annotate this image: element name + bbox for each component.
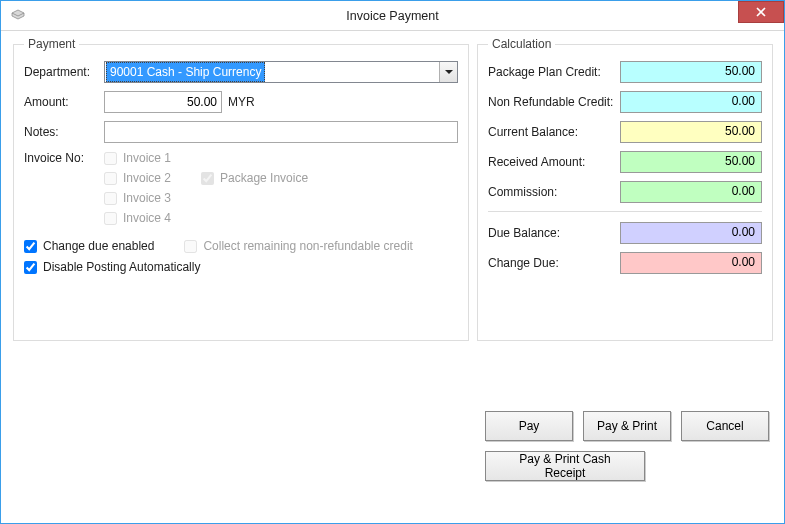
client-area: Payment Department: 90001 Cash - Ship Cu… bbox=[1, 31, 784, 523]
change-due-value: 0.00 bbox=[620, 252, 762, 274]
commission-label: Commission: bbox=[488, 185, 620, 199]
invoice-no-label: Invoice No: bbox=[24, 151, 104, 165]
buttons-row-2: Pay & Print Cash Receipt bbox=[485, 451, 645, 481]
invoice-3-checkbox: Invoice 3 bbox=[104, 191, 171, 205]
disable-posting-checkbox[interactable]: Disable Posting Automatically bbox=[24, 260, 458, 274]
package-invoice-checkbox: Package Invoice bbox=[201, 171, 308, 185]
change-due-enabled-checkbox[interactable]: Change due enabled bbox=[24, 239, 154, 253]
pay-print-button[interactable]: Pay & Print bbox=[583, 411, 671, 441]
department-label: Department: bbox=[24, 65, 104, 79]
buttons-row-1: Pay Pay & Print Cancel bbox=[485, 411, 769, 441]
calc-separator bbox=[488, 211, 762, 212]
amount-label: Amount: bbox=[24, 95, 104, 109]
window-title: Invoice Payment bbox=[1, 9, 784, 23]
due-balance-value: 0.00 bbox=[620, 222, 762, 244]
invoice-2-checkbox: Invoice 2 bbox=[104, 171, 171, 185]
received-amount-label: Received Amount: bbox=[488, 155, 620, 169]
collect-remaining-checkbox: Collect remaining non-refundable credit bbox=[184, 239, 412, 253]
notes-label: Notes: bbox=[24, 125, 104, 139]
commission-value: 0.00 bbox=[620, 181, 762, 203]
currency-label: MYR bbox=[228, 95, 255, 109]
invoice-4-checkbox: Invoice 4 bbox=[104, 211, 171, 225]
package-plan-credit-label: Package Plan Credit: bbox=[488, 65, 620, 79]
due-balance-label: Due Balance: bbox=[488, 226, 620, 240]
payment-legend: Payment bbox=[24, 37, 79, 51]
current-balance-label: Current Balance: bbox=[488, 125, 620, 139]
close-button[interactable] bbox=[738, 1, 784, 23]
calculation-group: Calculation Package Plan Credit: 50.00 N… bbox=[477, 37, 773, 341]
department-select[interactable]: 90001 Cash - Ship Currency bbox=[104, 61, 458, 83]
notes-input[interactable] bbox=[104, 121, 458, 143]
pay-button[interactable]: Pay bbox=[485, 411, 573, 441]
non-refundable-credit-label: Non Refundable Credit: bbox=[488, 95, 620, 109]
payment-group: Payment Department: 90001 Cash - Ship Cu… bbox=[13, 37, 469, 341]
pay-print-cash-button[interactable]: Pay & Print Cash Receipt bbox=[485, 451, 645, 481]
change-due-label: Change Due: bbox=[488, 256, 620, 270]
cancel-button[interactable]: Cancel bbox=[681, 411, 769, 441]
chevron-down-icon[interactable] bbox=[439, 62, 457, 82]
titlebar: Invoice Payment bbox=[1, 1, 784, 31]
amount-input[interactable] bbox=[104, 91, 222, 113]
department-selected: 90001 Cash - Ship Currency bbox=[106, 62, 265, 82]
current-balance-value: 50.00 bbox=[620, 121, 762, 143]
package-plan-credit-value: 50.00 bbox=[620, 61, 762, 83]
received-amount-value: 50.00 bbox=[620, 151, 762, 173]
app-icon bbox=[7, 5, 29, 27]
calculation-legend: Calculation bbox=[488, 37, 555, 51]
non-refundable-credit-value: 0.00 bbox=[620, 91, 762, 113]
invoice-1-checkbox: Invoice 1 bbox=[104, 151, 171, 165]
